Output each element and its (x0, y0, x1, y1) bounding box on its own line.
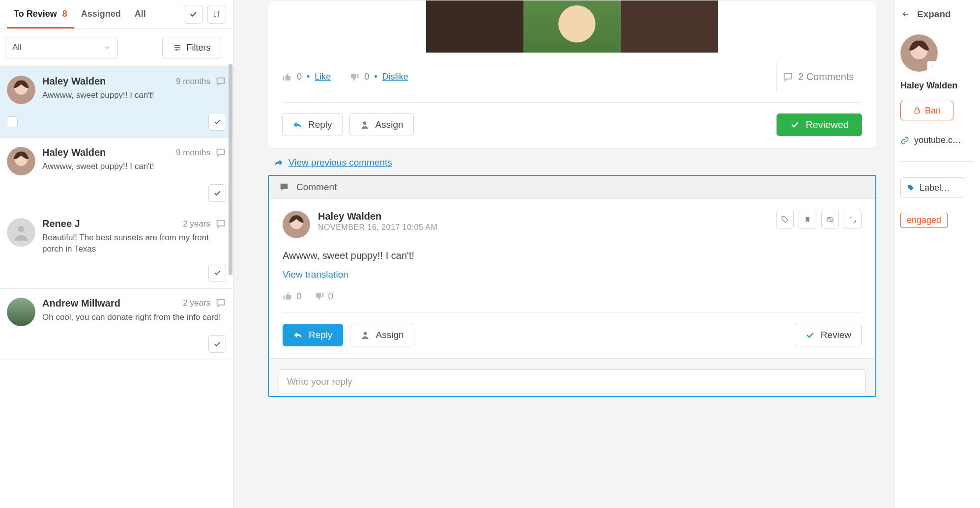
post-actions: Reply Assign Reviewed (268, 113, 876, 136)
link-icon (900, 136, 909, 145)
view-previous-comments[interactable]: View previous comments (274, 157, 876, 168)
filter-row: All Filters (0, 29, 233, 67)
avatar (7, 147, 35, 175)
item-author: Andrew Millward (42, 298, 120, 309)
comment-author: Haley Walden (318, 211, 437, 222)
thumbs-up-icon (282, 72, 292, 82)
item-author: Haley Walden (42, 76, 106, 87)
reply-icon (293, 330, 303, 340)
mark-reviewed-button[interactable] (208, 335, 226, 353)
check-icon (790, 120, 800, 130)
comment-likes: 0 (296, 291, 302, 302)
reply-button[interactable]: Reply (282, 113, 343, 136)
check-icon (213, 117, 222, 126)
comment-timestamp: NOVEMBER 16, 2017 10:05 AM (318, 223, 437, 232)
check-icon (213, 268, 222, 277)
bookmark-icon (804, 216, 811, 224)
check-icon (189, 10, 198, 19)
label-button[interactable]: Label… (900, 177, 964, 198)
sort-icon (212, 10, 221, 19)
list-item[interactable]: Renee J 2 years Beautiful! The best suns… (0, 209, 233, 289)
comment-review-label: Review (821, 330, 851, 340)
reply-input[interactable]: Write your reply (279, 369, 865, 394)
comment-icon (215, 76, 226, 87)
arrow-left-icon (900, 10, 911, 18)
item-preview: Awwww, sweet puppy!! I can't! (42, 90, 226, 101)
assign-button[interactable]: Assign (349, 113, 414, 136)
profile-tag[interactable]: engaged (900, 213, 948, 228)
view-translation[interactable]: View translation (283, 269, 862, 280)
media-thumb[interactable] (523, 0, 621, 53)
filters-button-label: Filters (187, 43, 211, 53)
tab-assigned[interactable]: Assigned (74, 5, 128, 28)
check-icon (213, 189, 222, 198)
mark-reviewed-button[interactable] (208, 113, 226, 131)
profile-avatar (900, 34, 938, 72)
comment-icon (215, 147, 226, 158)
dislike-button[interactable]: Dislike (382, 72, 408, 82)
item-age: 2 years (183, 219, 210, 229)
mark-reviewed-button[interactable] (208, 264, 226, 282)
filter-select[interactable]: All (5, 37, 118, 58)
tab-all[interactable]: All (128, 5, 153, 28)
list-item[interactable]: Haley Walden 9 months Awwww, sweet puppy… (0, 67, 233, 138)
comment-icon (279, 182, 289, 193)
comment-review-button[interactable]: Review (795, 324, 862, 346)
profile-link-text: youtube.c… (914, 135, 961, 145)
scrollbar[interactable] (228, 64, 233, 285)
comments-icon (782, 72, 793, 83)
tab-to-review[interactable]: To Review 8 (7, 5, 74, 28)
comment-header: Comment (269, 176, 875, 199)
star-icon (930, 64, 937, 71)
eye-off-icon (826, 216, 835, 224)
like-count: 0 (297, 72, 302, 82)
list-item[interactable]: Haley Walden 9 months Awwww, sweet puppy… (0, 138, 233, 209)
mark-reviewed-button[interactable] (208, 184, 226, 202)
svg-point-8 (363, 332, 367, 335)
comment-assign-button[interactable]: Assign (350, 324, 414, 346)
ban-button-label: Ban (925, 106, 941, 116)
comment-reply-button[interactable]: Reply (283, 324, 343, 346)
item-preview: Awwww, sweet puppy!! I can't! (42, 161, 226, 172)
reviewed-button[interactable]: Reviewed (777, 113, 862, 136)
reply-button-label: Reply (308, 119, 332, 130)
avatar (7, 298, 35, 326)
hide-button[interactable] (821, 211, 839, 228)
ban-button[interactable]: Ban (900, 101, 953, 120)
expand-icon (849, 216, 857, 224)
filters-button[interactable]: Filters (162, 37, 221, 58)
sort-button[interactable] (207, 5, 226, 24)
post-media (426, 0, 719, 53)
avatar (283, 211, 310, 238)
list-item[interactable]: Andrew Millward 2 years Oh cool, you can… (0, 289, 233, 360)
thumbs-down-icon (349, 72, 359, 82)
share-icon (274, 158, 284, 168)
post-card: 0 • Like 0 • Dislike 2 Comments Reply (268, 0, 876, 148)
comment-reactions: 0 0 (283, 291, 862, 302)
comment-reply-label: Reply (309, 330, 333, 340)
like-button[interactable]: Like (315, 72, 331, 82)
message-list: Haley Walden 9 months Awwww, sweet puppy… (0, 67, 233, 508)
profile-link[interactable]: youtube.c… (900, 135, 974, 145)
avatar (7, 76, 35, 104)
mark-all-reviewed-button[interactable] (184, 5, 202, 24)
item-age: 2 years (183, 298, 210, 308)
media-thumb[interactable] (426, 0, 523, 53)
item-preview: Beautiful! The best sunsets are from my … (42, 232, 226, 255)
tag-icon (907, 184, 915, 192)
content-panel: 0 • Like 0 • Dislike 2 Comments Reply (233, 0, 894, 508)
reply-placeholder: Write your reply (287, 376, 352, 387)
tab-to-review-label: To Review (14, 9, 57, 19)
select-checkbox[interactable] (7, 116, 18, 127)
media-thumb[interactable] (621, 0, 718, 53)
expand-button[interactable] (844, 211, 862, 228)
reply-icon (292, 120, 302, 130)
tag-button[interactable] (776, 211, 794, 228)
person-icon (360, 120, 370, 130)
bookmark-button[interactable] (799, 211, 816, 228)
dislike-count: 0 (364, 72, 369, 82)
expand-sidebar[interactable]: Expand (900, 9, 974, 20)
item-preview: Oh cool, you can donate right from the i… (42, 312, 226, 323)
reviewed-button-label: Reviewed (806, 119, 849, 131)
star-badge[interactable] (927, 61, 938, 72)
